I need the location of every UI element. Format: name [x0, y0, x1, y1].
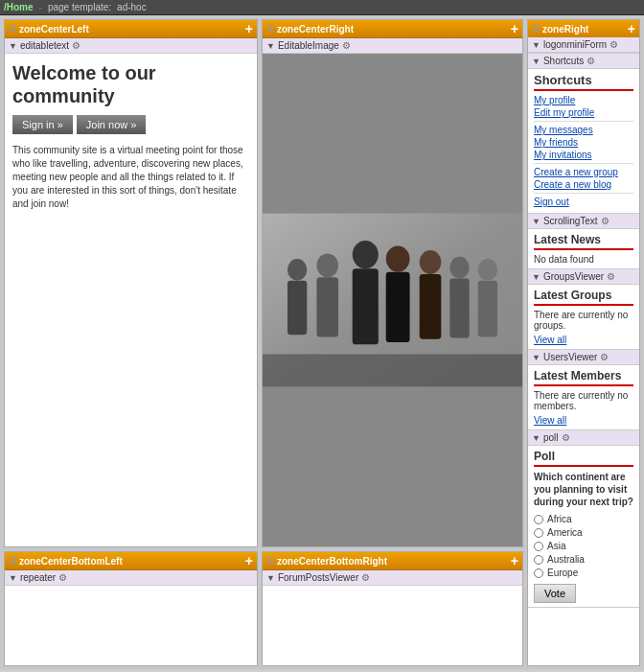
poll-option-australia-label: Australia — [547, 554, 585, 565]
poll-radio-africa[interactable] — [534, 515, 543, 524]
zone-right-add-btn[interactable]: + — [628, 22, 635, 35]
zone-bottom-left-header-left: ☰ zoneCenterBottomLeft — [9, 556, 123, 567]
poll-radio-asia[interactable] — [534, 542, 543, 551]
usersviewer-widget-bar: ▼ UsersViewer ⚙ — [528, 350, 639, 365]
repeater-gear-icon[interactable]: ⚙ — [58, 572, 67, 583]
svg-rect-7 — [353, 268, 379, 344]
zone-right-header-left: ☰ zoneRight — [532, 24, 588, 35]
editableimage-label: EditableImage — [278, 40, 339, 51]
latest-news-title: Latest News — [534, 233, 633, 250]
shortcuts-link-friends[interactable]: My friends — [534, 137, 633, 148]
drag-handle-right-icon: ☰ — [266, 24, 274, 34]
widget-gear-icon[interactable]: ⚙ — [72, 40, 80, 51]
top-bar: /Home - page template: ad-hoc — [0, 0, 644, 15]
vote-button[interactable]: Vote — [534, 584, 576, 603]
svg-rect-9 — [386, 272, 410, 342]
zone-bottom-left-label: zoneCenterBottomLeft — [19, 556, 123, 567]
svg-point-6 — [353, 241, 379, 268]
poll-radio-australia[interactable] — [534, 555, 543, 565]
usersviewer-gear-icon[interactable]: ⚙ — [600, 352, 609, 362]
groupsviewer-arrow-icon: ▼ — [532, 272, 540, 282]
forum-arrow-icon: ▼ — [266, 573, 275, 583]
shortcuts-link-myprofile[interactable]: My profile — [534, 95, 633, 105]
poll-option-asia-label: Asia — [547, 541, 565, 551]
shortcuts-link-newblog[interactable]: Create a new blog — [534, 179, 633, 190]
usersviewer-widget-zone: ▼ UsersViewer ⚙ Latest Members There are… — [528, 350, 639, 430]
logon-gear-icon[interactable]: ⚙ — [610, 39, 618, 50]
latest-groups-title: Latest Groups — [534, 289, 633, 306]
latest-members-title: Latest Members — [534, 369, 633, 386]
people-image — [263, 54, 522, 546]
forum-gear-icon[interactable]: ⚙ — [361, 572, 370, 583]
poll-content: Poll Which continent are you planning to… — [528, 446, 639, 607]
groupsviewer-content: Latest Groups There are currently no gro… — [528, 285, 639, 349]
scrollingtext-gear-icon[interactable]: ⚙ — [601, 216, 610, 226]
svg-rect-16 — [263, 354, 522, 386]
forum-label: ForumPostsViewer — [278, 572, 358, 583]
zone-right-header: ☰ zoneRight + — [528, 20, 639, 37]
shortcuts-link-signout[interactable]: Sign out — [534, 197, 633, 207]
groupsviewer-gear-icon[interactable]: ⚙ — [607, 271, 615, 282]
poll-question: Which continent are you planning to visi… — [534, 471, 633, 508]
svg-point-12 — [449, 257, 469, 279]
zone-center-left-header: ☰ zoneCenterLeft + — [5, 20, 257, 38]
shortcuts-title: Shortcuts — [534, 73, 633, 91]
zone-bottom-right-header-left: ☰ zoneCenterBottomRight — [266, 556, 387, 567]
widget-arrow-icon: ▼ — [9, 41, 17, 51]
svg-rect-5 — [316, 277, 338, 336]
drag-handle-right-sidebar-icon: ☰ — [532, 24, 540, 34]
svg-rect-13 — [449, 278, 469, 337]
svg-point-2 — [288, 259, 307, 281]
news-no-data: No data found — [534, 254, 633, 265]
shortcuts-divider-2 — [534, 163, 633, 164]
center-columns: ☰ zoneCenterLeft + ▼ editabletext ⚙ Welc… — [4, 19, 523, 666]
joinnow-button[interactable]: Join now » — [77, 115, 147, 134]
shortcuts-link-messages[interactable]: My messages — [534, 125, 633, 135]
poll-gear-icon[interactable]: ⚙ — [562, 432, 570, 443]
usersviewer-widget-label: UsersViewer — [543, 352, 598, 362]
scrollingtext-arrow-icon: ▼ — [532, 217, 540, 226]
logon-widget-zone: ▼ logonminiForm ⚙ — [528, 37, 639, 54]
poll-widget-label: poll — [543, 432, 559, 443]
zone-bottom-left: ☰ zoneCenterBottomLeft + ▼ repeater ⚙ — [4, 551, 258, 666]
zone-header-left: ☰ zoneCenterLeft — [9, 24, 89, 35]
zone-center-left-label: zoneCenterLeft — [19, 24, 89, 35]
poll-radio-america[interactable] — [534, 528, 543, 538]
template-value: ad-hoc — [117, 2, 147, 12]
center-top-row: ☰ zoneCenterLeft + ▼ editabletext ⚙ Welc… — [4, 19, 523, 547]
signin-button[interactable]: Sign in » — [12, 115, 73, 134]
svg-rect-11 — [420, 274, 442, 339]
zone-center-left-add-btn[interactable]: + — [245, 22, 253, 35]
scrollingtext-widget-bar: ▼ ScrollingText ⚙ — [528, 214, 639, 229]
widget-gear-right-icon[interactable]: ⚙ — [342, 40, 351, 51]
separator: - — [39, 2, 42, 12]
shortcuts-link-newgroup[interactable]: Create a new group — [534, 167, 633, 177]
drag-handle-bottom-left-icon: ☰ — [9, 556, 16, 566]
usersviewer-content: Latest Members There are currently no me… — [528, 365, 639, 429]
poll-radio-europe[interactable] — [534, 568, 543, 578]
poll-option-america: America — [534, 527, 633, 538]
drag-handle-bottom-right-icon: ☰ — [266, 556, 274, 566]
shortcuts-arrow-icon: ▼ — [532, 57, 540, 66]
drag-handle-icon: ☰ — [9, 24, 16, 34]
svg-rect-15 — [478, 281, 497, 337]
zone-bottom-right-add-btn[interactable]: + — [511, 554, 518, 568]
shortcuts-link-editprofile[interactable]: Edit my profile — [534, 107, 633, 118]
svg-rect-3 — [288, 281, 307, 335]
groups-view-all-link[interactable]: View all — [534, 335, 633, 345]
zone-center-right-add-btn[interactable]: + — [511, 22, 518, 35]
zone-bottom-right: ☰ zoneCenterBottomRight + ▼ ForumPostsVi… — [262, 551, 523, 666]
poll-option-asia: Asia — [534, 541, 633, 551]
zone-header-right-left: ☰ zoneCenterRight — [266, 24, 354, 35]
shortcuts-link-invitations[interactable]: My invitations — [534, 150, 633, 160]
page-wrapper: ☰ zoneCenterLeft + ▼ editabletext ⚙ Welc… — [0, 15, 644, 670]
community-description: This community site is a virtual meeting… — [12, 144, 249, 211]
members-view-all-link[interactable]: View all — [534, 415, 633, 426]
shortcuts-gear-icon[interactable]: ⚙ — [586, 56, 595, 66]
usersviewer-arrow-icon: ▼ — [532, 353, 540, 362]
widget-arrow-right-icon: ▼ — [266, 41, 275, 51]
zone-bottom-left-add-btn[interactable]: + — [245, 554, 253, 568]
right-sidebar: ☰ zoneRight + ▼ logonminiForm ⚙ ▼ Shortc… — [527, 19, 640, 666]
poll-widget-zone: ▼ poll ⚙ Poll Which continent are you pl… — [528, 430, 639, 608]
zone-right-label: zoneRight — [542, 24, 588, 35]
